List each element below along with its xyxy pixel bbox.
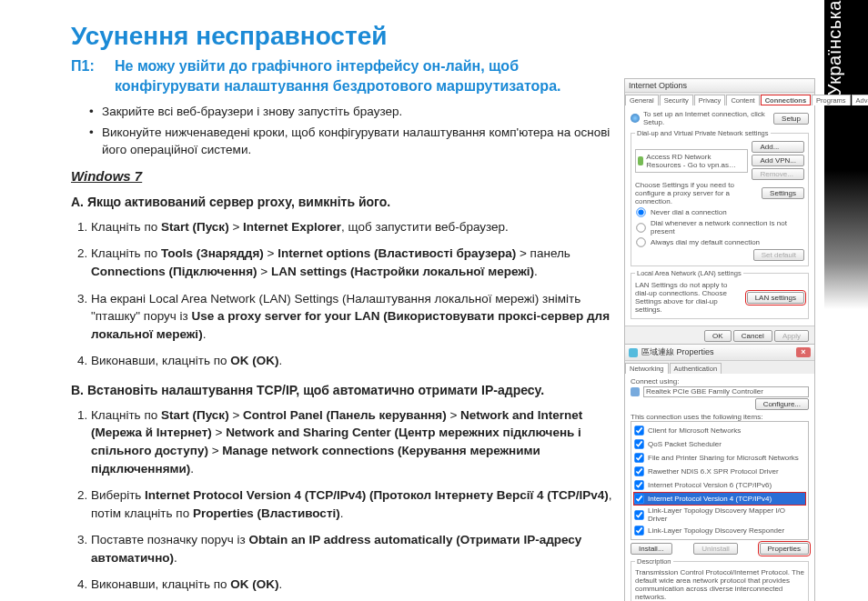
setup-button[interactable]: Setup xyxy=(773,113,809,125)
adapter-icon xyxy=(631,387,640,396)
step-item: Виберіть Internet Protocol Version 4 (TC… xyxy=(91,486,617,522)
item-label: Link-Layer Topology Discovery Responder xyxy=(648,526,784,535)
fig2-desc-label: Description xyxy=(635,557,673,566)
step-item: На екрані Local Area Network (LAN) Setti… xyxy=(91,290,617,344)
window-icon xyxy=(629,348,638,357)
step-item: Виконавши, клацніть по OK (OK). xyxy=(91,576,617,594)
item-checkbox[interactable] xyxy=(634,453,643,462)
item-checkbox[interactable] xyxy=(634,439,643,448)
set-default-button[interactable]: Set default xyxy=(753,249,804,261)
fig1-tab[interactable]: Programs xyxy=(812,95,851,105)
fig-internet-options: Internet Options GeneralSecurityPrivacyC… xyxy=(624,78,815,346)
item-label: Client for Microsoft Networks xyxy=(648,426,741,435)
fig1-tab[interactable]: Security xyxy=(660,95,693,105)
globe-icon xyxy=(631,114,640,123)
section-a-label: А. Якщо активований сервер proxy, вимкні… xyxy=(71,195,617,209)
net-icon xyxy=(638,156,643,165)
fig1-lan-text: LAN Settings do not apply to dial-up con… xyxy=(635,281,743,314)
fig1-radio3: Always dial my default connection xyxy=(651,238,760,246)
fig1-tab[interactable]: Content xyxy=(726,95,759,105)
radio-never-dial[interactable] xyxy=(636,207,645,216)
item-checkbox[interactable] xyxy=(634,494,643,503)
item-label: Internet Protocol Version 6 (TCP/IPv6) xyxy=(648,481,772,489)
item-checkbox[interactable] xyxy=(634,510,643,519)
settings-button[interactable]: Settings xyxy=(762,187,804,199)
fig1-proxy-text: Choose Settings if you need to configure… xyxy=(635,181,758,205)
tab-authentication[interactable]: Authentication xyxy=(670,363,722,374)
fig2-uses-label: This connection uses the following items… xyxy=(631,413,809,421)
steps-a: Клацніть по Start (Пуск) > Internet Expl… xyxy=(91,218,617,370)
page-title: Усунення несправностей xyxy=(71,22,617,51)
language-side-tab: Українська xyxy=(824,0,868,309)
uninstall-button[interactable]: Uninstall xyxy=(693,543,738,555)
list-item[interactable]: Rawether NDIS 6.X SPR Protocol Driver xyxy=(633,465,806,478)
q1-number: П1: xyxy=(71,56,115,95)
intro-bullet: Закрийте всі веб-браузери і знову запуст… xyxy=(89,103,617,121)
radio-dial-no-net[interactable] xyxy=(636,223,645,232)
lan-settings-button[interactable]: LAN settings xyxy=(747,292,804,304)
list-item[interactable]: Internet Protocol Version 6 (TCP/IPv6) xyxy=(633,478,806,492)
remove-button[interactable]: Remove... xyxy=(752,168,804,180)
step-item: Клацніть по Start (Пуск) > Control Panel… xyxy=(91,406,617,477)
item-label: Link-Layer Topology Discovery Mapper I/O… xyxy=(648,506,806,523)
fig1-tab[interactable]: Connections xyxy=(761,95,811,105)
fig1-tab[interactable]: General xyxy=(625,95,659,105)
add-button[interactable]: Add... xyxy=(752,141,804,153)
step-item: Клацніть по Tools (Знаряддя) > Internet … xyxy=(91,245,617,280)
fig-connection-properties: 區域連線 Properties × Networking Authenticat… xyxy=(624,344,815,601)
adapter-field[interactable]: Realtek PCIe GBE Family Controller xyxy=(643,386,809,397)
item-label: QoS Packet Scheduler xyxy=(648,440,722,448)
list-item[interactable]: QoS Packet Scheduler xyxy=(633,437,806,451)
fig1-dial-item: Access RD Network Resources - Go to vpn.… xyxy=(646,153,745,169)
fig1-tab[interactable]: Privacy xyxy=(694,95,726,105)
list-item[interactable]: Internet Protocol Version 4 (TCP/IPv4) xyxy=(633,492,806,506)
item-label: Internet Protocol Version 4 (TCP/IPv4) xyxy=(648,495,772,503)
fig1-title: Internet Options xyxy=(629,81,687,90)
item-checkbox[interactable] xyxy=(634,526,643,535)
question-1: П1: Не можу увійти до графічного інтерфе… xyxy=(71,56,599,95)
tab-networking[interactable]: Networking xyxy=(625,363,669,374)
list-item[interactable]: Client for Microsoft Networks xyxy=(633,424,806,437)
item-label: File and Printer Sharing for Microsoft N… xyxy=(648,454,799,462)
section-b-label: B. Встановіть налаштування TCP/IP, щоб а… xyxy=(71,383,617,397)
q1-text: Не можу увійти до графічного інтерфейсу … xyxy=(115,56,599,95)
fig1-dial-legend: Dial-up and Virtual Private Network sett… xyxy=(635,129,771,137)
fig1-cancel-button[interactable]: Cancel xyxy=(733,330,772,342)
properties-button[interactable]: Properties xyxy=(760,543,809,555)
fig1-radio1: Never dial a connection xyxy=(651,208,727,216)
list-item[interactable]: Link-Layer Topology Discovery Mapper I/O… xyxy=(633,506,806,524)
fig2-title: 區域連線 Properties xyxy=(641,346,714,358)
fig1-apply-button[interactable]: Apply xyxy=(774,330,809,342)
fig1-lan-legend: Local Area Network (LAN) settings xyxy=(635,269,743,277)
radio-always-dial[interactable] xyxy=(636,237,645,246)
item-label: Rawether NDIS 6.X SPR Protocol Driver xyxy=(648,467,779,476)
fig1-setup-text: To set up an Internet connection, click … xyxy=(643,110,770,126)
configure-button[interactable]: Configure... xyxy=(755,398,809,410)
item-checkbox[interactable] xyxy=(634,466,643,476)
fig1-ok-button[interactable]: OK xyxy=(704,330,732,342)
step-item: Виконавши, клацніть по OK (OK). xyxy=(91,352,617,370)
install-button[interactable]: Install... xyxy=(631,543,672,555)
step-item: Клацніть по Start (Пуск) > Internet Expl… xyxy=(91,218,617,236)
fig1-radio2: Dial whenever a network connection is no… xyxy=(651,219,804,235)
os-heading: Windows 7 xyxy=(71,168,617,184)
fig2-desc-text: Transmission Control Protocol/Internet P… xyxy=(635,568,804,601)
list-item[interactable]: Link-Layer Topology Discovery Responder xyxy=(633,524,806,537)
item-checkbox[interactable] xyxy=(634,480,643,489)
fig2-connect-label: Connect using: xyxy=(631,377,809,386)
fig1-tabs: GeneralSecurityPrivacyContentConnections… xyxy=(625,93,814,105)
close-icon[interactable]: × xyxy=(796,347,811,357)
fig1-tab[interactable]: Advanced xyxy=(852,95,868,105)
fig2-items-list[interactable]: Client for Microsoft NetworksQoS Packet … xyxy=(631,421,809,540)
intro-bullets: Закрийте всі веб-браузери і знову запуст… xyxy=(89,103,617,159)
add-vpn-button[interactable]: Add VPN... xyxy=(752,155,804,166)
list-item[interactable]: File and Printer Sharing for Microsoft N… xyxy=(633,451,806,465)
steps-b: Клацніть по Start (Пуск) > Control Panel… xyxy=(91,406,617,594)
item-checkbox[interactable] xyxy=(634,426,643,435)
step-item: Поставте позначку поруч із Obtain an IP … xyxy=(91,531,617,566)
intro-bullet: Виконуйте нижченаведені кроки, щоб конфі… xyxy=(89,124,617,159)
